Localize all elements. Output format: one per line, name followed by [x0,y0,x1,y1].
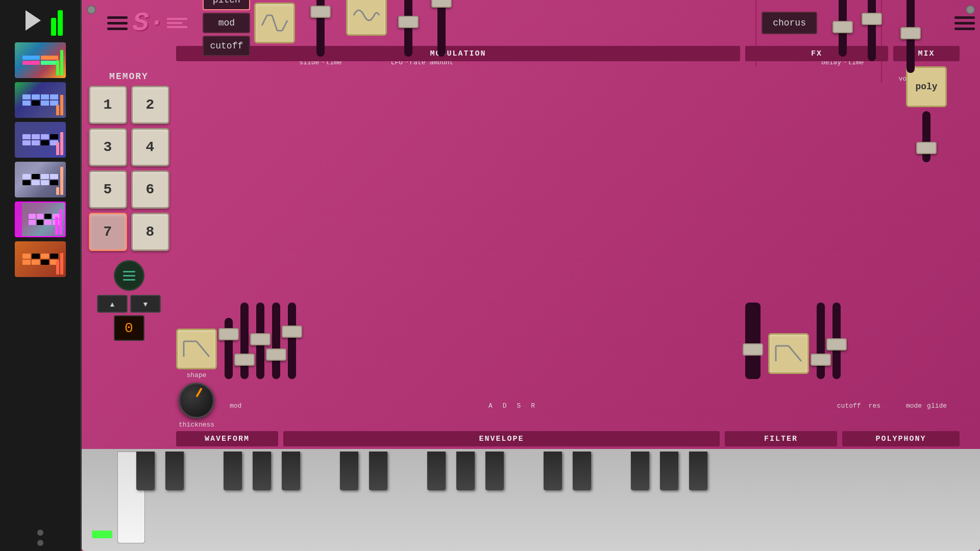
mem-btn-5[interactable]: 5 [89,170,127,209]
shape-wave-svg [181,336,212,362]
filter-res-thumb[interactable] [826,338,847,350]
mem-btn-2[interactable]: 2 [131,86,169,124]
mod-button[interactable]: mod [203,13,250,33]
black-key-oct2-pos1[interactable] [573,452,591,490]
amount-slider[interactable] [437,0,446,57]
mem-btn-6[interactable]: 6 [131,170,169,209]
mem-btn-8[interactable]: 8 [131,213,169,251]
pattern-slot-2[interactable] [15,82,66,118]
step-display: 0 [114,315,144,341]
pattern-slot-4[interactable] [15,162,66,197]
transport-down-btn[interactable]: ▼ [130,295,161,313]
transport-up-btn[interactable]: ▲ [97,295,128,313]
cutoff-button[interactable]: cutoff [203,36,250,56]
lfo-rate-thumb[interactable] [398,16,419,28]
envelope-r-col [288,303,296,379]
black-key-oct0-pos0[interactable] [136,452,155,490]
lfo-rate-slider[interactable] [404,0,412,57]
slide-slider[interactable] [316,0,325,57]
filter-wave-button[interactable] [768,333,809,374]
waveform-mod-slider[interactable] [225,318,233,379]
filter-cutoff-slider[interactable] [817,303,825,379]
black-key-oct1-pos0[interactable] [340,452,358,490]
keyboard-indicator [92,531,112,538]
env-a-thumb[interactable] [234,354,255,366]
play-button[interactable] [18,5,48,36]
pitch-button[interactable]: pitch [203,0,250,10]
black-key-oct2-pos0[interactable] [544,452,562,490]
fx-amount-slider[interactable] [868,0,876,61]
black-key-oct2-pos4[interactable] [660,452,678,490]
env-d-slider[interactable] [256,303,264,379]
thickness-knob[interactable] [179,383,214,418]
black-key-oct1-pos3[interactable] [427,452,446,490]
mix-header: MIX [893,46,960,61]
env-r-slider[interactable] [288,303,296,379]
env-a-label: A [488,402,493,410]
filter-header: FILTER [725,431,837,446]
filter-wave-slider[interactable] [745,303,761,379]
waveform-header: WAVEFORM [176,431,278,446]
menu-circle-line2 [123,275,135,277]
memory-label: MEMORY [109,71,149,82]
filter-cutoff-col [817,303,825,379]
black-key-oct1-pos4[interactable] [456,452,475,490]
env-d-thumb[interactable] [250,333,271,345]
filter-cutoff-thumb[interactable] [811,354,831,366]
left-sidebar [0,0,82,551]
bottom-section-headers: WAVEFORM ENVELOPE FILTER POLYPHONY [82,430,980,449]
volume-slider[interactable] [906,0,915,73]
black-key-oct2-pos3[interactable] [631,452,649,490]
shape-label: shape [186,371,206,379]
menu-circle[interactable] [114,260,144,291]
black-key-oct1-pos5[interactable] [485,452,504,490]
black-key-oct0-pos4[interactable] [253,452,271,490]
pattern-slot-3[interactable] [15,122,66,158]
black-key-oct0-pos1[interactable] [165,452,184,490]
env-s-thumb[interactable] [266,348,286,361]
amount-thumb[interactable] [431,0,452,8]
memory-section: MEMORY 1 2 3 4 5 6 7 8 [87,66,171,256]
logo-bars [167,18,187,28]
fx-amount-thumb[interactable] [862,13,882,25]
menu-button-right[interactable] [954,16,975,30]
env-s-slider[interactable] [272,303,280,379]
menu-button-left[interactable] [107,16,128,30]
black-key-oct0-pos5[interactable] [282,452,300,490]
waveform-mod-thumb[interactable] [218,328,239,340]
mem-btn-1[interactable]: 1 [89,86,127,124]
pattern-slot-1[interactable] [15,42,66,78]
slide-thumb[interactable] [310,6,331,18]
envelope-header: ENVELOPE [283,431,720,446]
volume-thumb[interactable] [900,27,921,39]
env-a-slider[interactable] [240,303,249,379]
poly-mode-label: mode [906,402,922,410]
glide-thumb[interactable] [916,142,937,154]
black-key-oct2-pos5[interactable] [689,452,707,490]
mem-btn-7[interactable]: 7 [89,213,127,251]
center-col: shape [176,66,740,379]
black-key-oct1-pos1[interactable] [369,452,387,490]
delay-slider[interactable] [839,0,847,57]
glide-slider[interactable] [922,111,930,162]
thickness-label: thickness [179,421,214,429]
shape-button[interactable] [176,329,217,369]
delay-thumb[interactable] [832,21,853,33]
black-key-oct0-pos3[interactable] [224,452,242,490]
pitch-wave-display[interactable] [254,3,295,43]
pattern-slot-6[interactable] [15,241,66,277]
polyphony-header: POLYPHONY [842,431,960,446]
chorus-button[interactable]: chorus [762,12,817,34]
filter-res-slider[interactable] [832,303,841,379]
env-r-thumb[interactable] [282,325,302,338]
pattern-slot-5[interactable] [15,202,66,237]
envelope-d-col [256,303,264,379]
lfo-wave-display[interactable] [346,0,387,36]
svg-line-7 [197,341,209,357]
bottom-handle-1 [37,530,43,536]
filter-wave-thumb[interactable] [743,343,763,356]
mem-btn-4[interactable]: 4 [131,128,169,166]
piano-keys [117,452,975,543]
level-meter [51,5,63,36]
mem-btn-3[interactable]: 3 [89,128,127,166]
